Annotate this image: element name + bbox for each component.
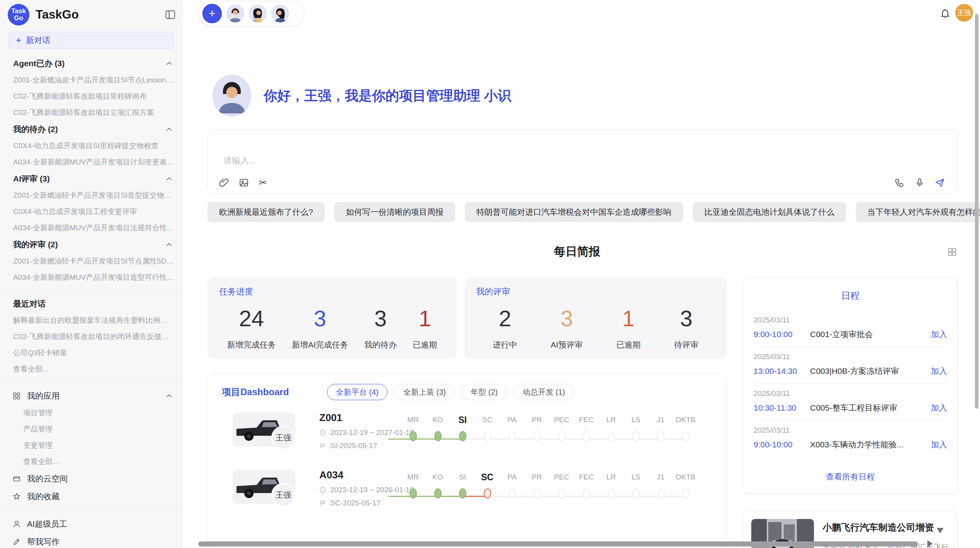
apps-grid-icon [12, 392, 21, 400]
sidebar-task-item[interactable]: Z001-全新燃油轻卡产品开发项目SI造型提交物评审 [0, 187, 182, 204]
schedule-item: 2025/03/11 13:00-14:30 C003|H0B-方案冻结评审 加… [754, 347, 947, 384]
chevron-up-icon[interactable] [166, 62, 172, 65]
milestone-label: SC [481, 471, 493, 484]
chevron-up-icon[interactable] [166, 243, 172, 247]
chat-input[interactable] [223, 156, 688, 166]
schedule-card: 日程 2025/03/11 9:00-10:00 C001-立项审批会 加入 [743, 277, 958, 493]
milestone: OKTB [673, 413, 698, 441]
milestone: J1 [648, 413, 673, 441]
recent-chat-item[interactable]: C02-飞腾新能源轻客改款项目的闭环通告反馈情况 [0, 329, 182, 345]
sidebar-item-write-helper[interactable]: 帮我写作 [0, 533, 182, 548]
stat-item: 1 已逾期 [616, 305, 641, 350]
owner-name: 王强 [276, 433, 291, 443]
logo-text-top: Task [11, 8, 26, 15]
filter-pill[interactable]: 全新平台 (4) [327, 384, 387, 400]
milestone: LR [599, 471, 624, 498]
chevron-up-icon[interactable] [166, 127, 172, 131]
send-icon[interactable] [935, 178, 945, 188]
pencil-icon [12, 538, 21, 546]
section-header-ai-review[interactable]: AI评审 (3) [0, 170, 182, 187]
stat-item: 3 AI预评审 [551, 305, 583, 350]
milestone: SI [450, 413, 475, 441]
milestone-dot [484, 431, 491, 441]
scroll-right-arrow-icon[interactable] [927, 540, 933, 547]
app-link-item[interactable]: 项目管理 [0, 405, 182, 421]
chevron-up-icon[interactable] [166, 394, 172, 398]
phone-call-icon[interactable] [894, 178, 905, 188]
join-link[interactable]: 加入 [931, 439, 947, 450]
stat-item: 3 新增AI完成任务 [292, 305, 348, 350]
project-row-z001[interactable]: 王强 Z001 2023-12-19 ~ 2027-01-19 SI-2025-… [222, 411, 713, 457]
sidebar-header: Task Go TaskGo [0, 0, 182, 28]
chevron-up-icon[interactable] [166, 177, 172, 181]
join-link[interactable]: 加入 [931, 329, 947, 340]
scroll-down-arrow-icon[interactable] [937, 528, 944, 533]
view-all-schedule-link[interactable]: 查看所有日程 [754, 471, 947, 484]
project-flag-text: SI-2025-05-17 [330, 442, 377, 450]
sidebar-task-item[interactable]: C02-飞腾新能源轻客改款项目里程碑画布 [0, 88, 182, 104]
attachment-icon[interactable] [219, 178, 229, 188]
task-progress-stats: 24 新增完成任务 3 新增AI完成任务 3 [219, 305, 445, 350]
app-link-item[interactable]: 变更管理 [0, 437, 182, 454]
sidebar-task-item[interactable]: Z001-全新燃油轻卡产品开发项目SI节点属性5D文件评审 [0, 253, 182, 269]
user-avatar[interactable]: 王强 [955, 4, 973, 22]
milestone-dot [459, 488, 466, 498]
sidebar-task-item[interactable]: C0X4-动力总成开发项目SI里程碑提交物检查 [0, 138, 182, 154]
join-link[interactable]: 加入 [931, 366, 947, 377]
horizontal-scrollbar[interactable] [198, 541, 918, 546]
suggestion-chip[interactable]: 欧洲新规最近颁布了什么? [207, 202, 325, 222]
filter-pill[interactable]: 动总开发 (1) [514, 384, 574, 400]
filter-pill[interactable]: 年型 (2) [462, 384, 507, 400]
stat-value: 1 [419, 305, 431, 332]
sidebar-item-my-apps[interactable]: 我的应用 [0, 387, 182, 405]
project-owner-badge: 王强 [271, 426, 295, 450]
sidebar-item-ai-employee[interactable]: AI超级员工 [0, 515, 182, 533]
sidebar-task-item[interactable]: A034-全新新能源MUV产品开发项目法规符合性评审 [0, 220, 182, 236]
milestone: SI [450, 471, 475, 498]
recent-chat-item[interactable]: 公司Q3轻卡销量 [0, 345, 182, 361]
suggestion-chip[interactable]: 比亚迪全固态电池计划具体说了什么 [693, 202, 846, 222]
recent-view-all[interactable]: 查看全部... [0, 361, 182, 377]
sidebar-item-favorites[interactable]: 我的收藏 [0, 488, 182, 505]
layout-grid-icon[interactable] [947, 247, 958, 257]
milestone-label: OKTB [675, 471, 696, 484]
greeting-text: 你好，王强，我是你的项目管理助理 小识 [264, 87, 511, 105]
greeting-row: 你好，王强，我是你的项目管理助理 小识 [207, 75, 958, 116]
my-apps-label: 我的应用 [27, 390, 160, 401]
sidebar-task-item[interactable]: A034-全新新能源MUV产品开发项目造型可行性评审 [0, 269, 182, 286]
sidebar-item-cloud-space[interactable]: 我的云空间 [0, 470, 182, 488]
app-title: TaskGo [36, 8, 164, 22]
milestone-dot [434, 488, 442, 498]
app-link-item[interactable]: 产品管理 [0, 421, 182, 437]
microphone-icon[interactable] [915, 178, 925, 188]
suggestion-chip[interactable]: 如何写一份清晰的项目周报 [334, 202, 455, 222]
sidebar-task-item[interactable]: C0X4-动力总成开发项目工程变更评审 [0, 204, 182, 220]
sidebar-task-item[interactable]: A034-全新新能源MUV产品开发项目计划变更表编写 [0, 154, 182, 170]
suggestion-chip[interactable]: 当下年轻人对汽车外观有怎样的喜好趋势 [856, 202, 980, 222]
section-header-my-review[interactable]: 我的评审 (2) [0, 236, 182, 253]
apps-view-all[interactable]: 查看全部... [0, 454, 182, 470]
divider [0, 290, 182, 291]
task-progress-title: 任务进度 [219, 286, 445, 298]
section-header-agent-done[interactable]: Agent已办 (3) [0, 55, 182, 72]
sidebar-task-item[interactable]: C02-飞腾新能源轻客改款项目立项汇报方案 [0, 104, 182, 121]
new-chat-button[interactable]: + 新对话 [9, 32, 174, 49]
image-upload-icon[interactable] [239, 178, 249, 188]
sidebar-task-item[interactable]: Z001-全新燃油皮卡产品开发项目SI节点Lesson Learn报告 [0, 72, 182, 88]
join-link[interactable]: 加入 [931, 402, 947, 413]
suggestion-chip[interactable]: 特朗普可能对进口汽车增税会对中国车企造成哪些影响 [465, 202, 683, 222]
milestone-dot [558, 431, 565, 441]
milestone-label: J1 [657, 471, 665, 484]
scissors-icon[interactable]: ✂ [259, 178, 267, 188]
sidebar-collapse-icon[interactable] [164, 9, 176, 21]
project-row-a034[interactable]: 王强 A034 2023-12-19 ~ 2026-01-19 SC-2025-… [222, 468, 713, 515]
milestone: MR [401, 471, 425, 498]
schedule-time: 9:00-10:00 [754, 440, 810, 449]
vertical-scrollbar[interactable] [975, 14, 978, 409]
section-my-review-list: Z001-全新燃油轻卡产品开发项目SI节点属性5D文件评审A034-全新新能源M… [0, 253, 182, 286]
section-header-my-todo[interactable]: 我的待办 (2) [0, 121, 182, 138]
recent-chat-item[interactable]: 解释最新出台的欧盟报废车法规再生塑料比例被调至15%... [0, 312, 182, 329]
filter-pill[interactable]: 全新上装 (3) [394, 384, 455, 400]
milestone: LR [599, 413, 624, 441]
schedule-line: 9:00-10:00 C001-立项审批会 加入 [754, 329, 947, 340]
